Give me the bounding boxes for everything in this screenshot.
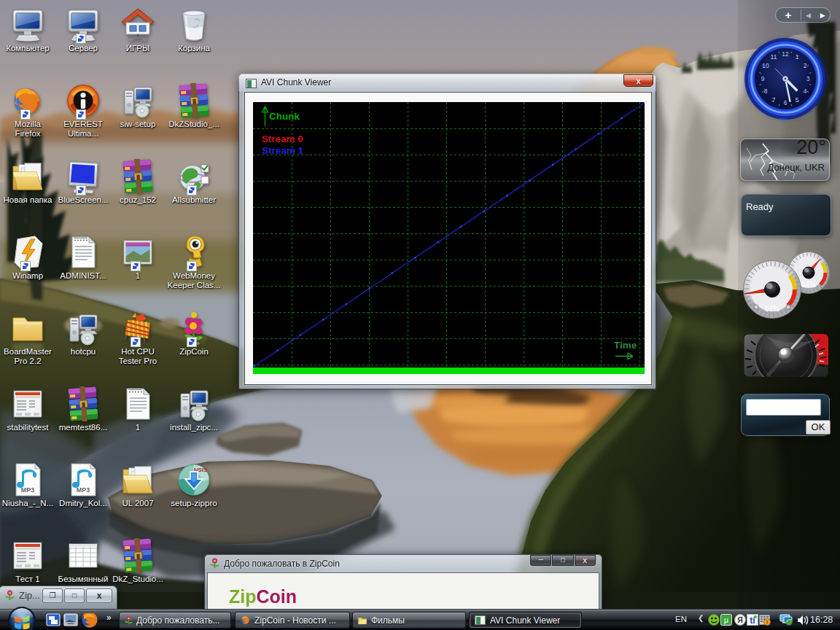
svg-text:Chunk: Chunk bbox=[269, 111, 300, 122]
svg-text:!: ! bbox=[766, 620, 768, 625]
svg-text:Time: Time bbox=[614, 340, 637, 351]
svg-text:μ: μ bbox=[724, 615, 728, 624]
svg-text:11: 11 bbox=[771, 53, 777, 61]
svg-text:Stream 0: Stream 0 bbox=[262, 133, 303, 144]
svg-text:Stream 1: Stream 1 bbox=[262, 145, 304, 156]
svg-text:12: 12 bbox=[782, 50, 789, 58]
svg-text:1: 1 bbox=[796, 53, 799, 61]
svg-text:4: 4 bbox=[804, 88, 807, 95]
svg-text:64%: 64% bbox=[801, 281, 816, 289]
svg-text:07%: 07% bbox=[765, 305, 779, 313]
svg-text:7: 7 bbox=[772, 96, 776, 104]
svg-text:6: 6 bbox=[784, 99, 788, 106]
svg-text:5: 5 bbox=[796, 96, 799, 104]
svg-text:2: 2 bbox=[804, 62, 807, 69]
svg-text:Я: Я bbox=[737, 615, 743, 624]
svg-text:3: 3 bbox=[806, 75, 810, 82]
svg-text:8: 8 bbox=[764, 88, 768, 95]
svg-text:9: 9 bbox=[761, 75, 765, 82]
